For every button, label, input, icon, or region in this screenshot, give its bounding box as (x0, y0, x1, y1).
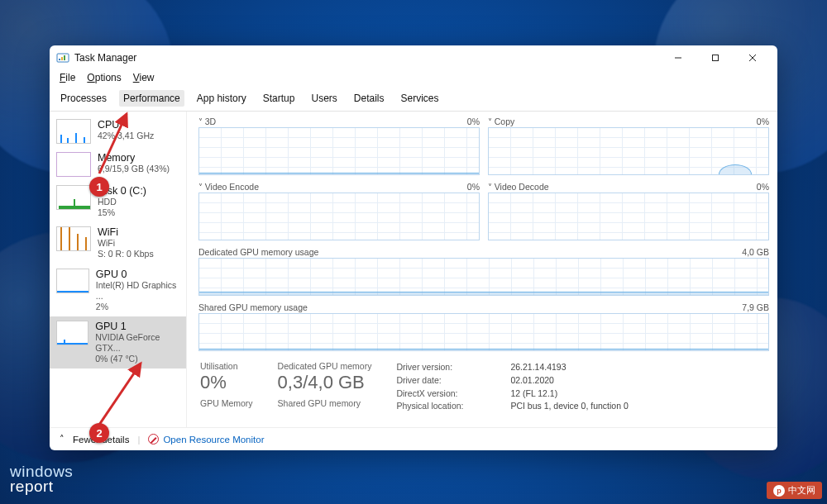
svg-rect-3 (64, 55, 65, 60)
disk-thumb (56, 185, 91, 210)
gpu0-thumb (56, 269, 89, 293)
tab-app-history[interactable]: App history (193, 90, 251, 107)
tab-processes[interactable]: Processes (56, 90, 111, 107)
sidebar-item-gpu0[interactable]: GPU 0Intel(R) HD Graphics ... 2% (50, 264, 186, 316)
graph-dedmem-max: 4,0 GB (742, 247, 769, 257)
menubar: File Options View (50, 70, 777, 87)
graph-vdec-label[interactable]: Video Decode (488, 182, 549, 192)
tab-services[interactable]: Services (397, 90, 443, 107)
open-resource-monitor-link[interactable]: Open Resource Monitor (148, 434, 264, 445)
wifi-name: WiFi (98, 226, 154, 238)
sidebar-item-disk[interactable]: Disk 0 (C:)HDD 15% (50, 181, 186, 222)
svg-rect-2 (61, 57, 63, 60)
sidebar-item-gpu1[interactable]: GPU 1NVIDIA GeForce GTX... 0% (47 °C) (50, 316, 186, 368)
graph-shared-memory[interactable] (198, 313, 769, 351)
graph-copy-value: 0% (757, 116, 769, 126)
resource-monitor-icon (148, 434, 159, 445)
watermark-brand: windowsreport (10, 464, 73, 494)
graph-shmem-max: 7,9 GB (742, 302, 769, 312)
memory-sub: 6,9/15,9 GB (43%) (98, 164, 170, 174)
callout-1: 1 (89, 177, 109, 197)
svg-rect-1 (59, 59, 60, 60)
wifi-thumb (56, 226, 91, 251)
disk-sub: HDD 15% (98, 197, 146, 218)
gpu-detail-panel: 3D0% Copy0% Video Encode0% Video Decode0… (187, 112, 777, 427)
gpu1-name: GPU 1 (95, 321, 181, 332)
minimize-button[interactable] (659, 45, 696, 70)
tab-details[interactable]: Details (350, 90, 389, 107)
window-title: Task Manager (74, 52, 136, 64)
driver-info: Driver version:26.21.14.4193 Driver date… (396, 361, 628, 413)
gpu0-name: GPU 0 (96, 269, 181, 280)
graph-video-decode[interactable] (488, 193, 769, 240)
sidebar-item-wifi[interactable]: WiFiWiFi S: 0 R: 0 Kbps (50, 222, 186, 264)
graph-dedicated-memory[interactable] (198, 258, 769, 296)
memory-name: Memory (98, 152, 170, 164)
graph-3d[interactable] (198, 127, 480, 175)
php-icon: p (773, 485, 785, 497)
gpu1-sub: NVIDIA GeForce GTX... 0% (47 °C) (95, 332, 181, 364)
graph-video-encode[interactable] (198, 193, 480, 240)
tab-bar: Processes Performance App history Startu… (50, 87, 777, 112)
graph-shmem-label: Shared GPU memory usage (198, 302, 308, 312)
graph-vdec-value: 0% (757, 182, 769, 192)
tab-startup[interactable]: Startup (259, 90, 299, 107)
menu-options[interactable]: Options (87, 72, 121, 83)
graph-venc-label[interactable]: Video Encode (198, 182, 259, 192)
performance-sidebar: CPU42% 3,41 GHz Memory6,9/15,9 GB (43%) … (50, 112, 187, 427)
maximize-button[interactable] (696, 45, 734, 70)
stat-dedicated-memory: Dedicated GPU memory 0,3/4,0 GB Shared G… (278, 361, 372, 413)
stat-utilisation: Utilisation 0% GPU Memory (200, 361, 253, 413)
gpu0-sub: Intel(R) HD Graphics ... 2% (96, 280, 181, 312)
graph-3d-label[interactable]: 3D (198, 116, 216, 126)
sidebar-item-memory[interactable]: Memory6,9/15,9 GB (43%) (50, 148, 186, 181)
callout-2: 2 (89, 423, 109, 443)
sidebar-item-cpu[interactable]: CPU42% 3,41 GHz (50, 115, 186, 148)
graph-venc-value: 0% (467, 182, 480, 192)
tab-performance[interactable]: Performance (119, 90, 184, 107)
svg-rect-5 (712, 55, 718, 61)
cpu-sub: 42% 3,41 GHz (98, 131, 154, 141)
cpu-thumb (56, 119, 91, 144)
cpu-name: CPU (98, 119, 154, 131)
close-button[interactable] (734, 45, 771, 70)
graph-3d-value: 0% (467, 116, 480, 126)
tab-users[interactable]: Users (307, 90, 341, 107)
graph-copy-label[interactable]: Copy (488, 116, 514, 126)
task-manager-window: Task Manager File Options View Processes… (50, 45, 777, 450)
chevron-up-icon: ˄ (60, 434, 65, 445)
memory-thumb (56, 152, 91, 177)
menu-view[interactable]: View (133, 72, 155, 83)
graph-dedmem-label: Dedicated GPU memory usage (198, 247, 318, 257)
footer: ˄ Fewer details | Open Resource Monitor (50, 427, 777, 450)
wifi-sub: WiFi S: 0 R: 0 Kbps (98, 238, 154, 259)
gpu1-thumb (56, 321, 88, 345)
app-icon (56, 51, 69, 64)
graph-copy[interactable] (488, 127, 769, 175)
menu-file[interactable]: File (60, 72, 75, 83)
titlebar[interactable]: Task Manager (50, 45, 777, 70)
watermark-badge: p 中文网 (767, 482, 822, 499)
